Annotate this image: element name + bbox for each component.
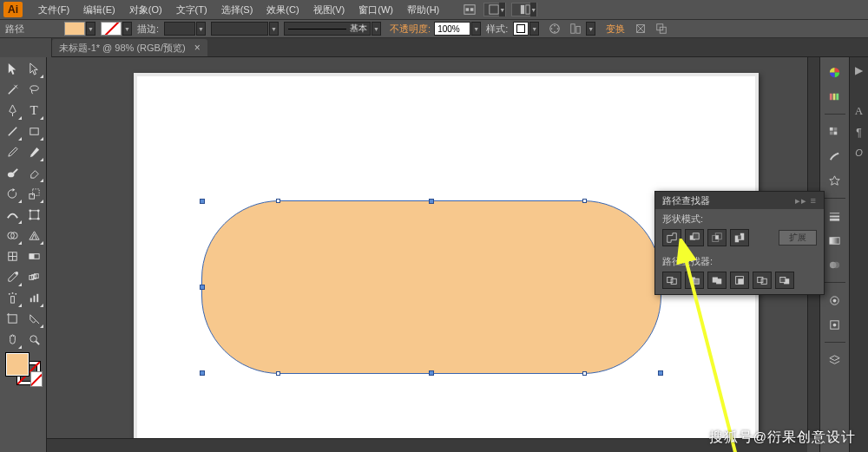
selection-handle[interactable] [200, 199, 205, 204]
style-swatch[interactable] [513, 22, 529, 36]
paintbrush-tool[interactable] [2, 142, 23, 162]
anchor-point[interactable] [582, 199, 587, 203]
menu-object[interactable]: 对象(O) [122, 3, 169, 16]
expand-button[interactable]: 扩展 [779, 230, 817, 246]
stroke-panel-icon[interactable] [825, 206, 845, 226]
menu-type[interactable]: 文字(T) [169, 3, 214, 16]
vwidth-dropdown[interactable]: ▼ [269, 22, 279, 36]
document-tab[interactable]: 未标题-1* @ 98% (RGB/预览) × [52, 39, 207, 56]
brush-dropdown[interactable]: ▼ [372, 22, 381, 36]
opentype-icon[interactable]: O [855, 147, 863, 158]
panel-menu-icon[interactable]: ▸▸ ≡ [795, 195, 817, 206]
recolor-icon[interactable] [546, 21, 563, 36]
opacity-label[interactable]: 不透明度: [390, 23, 431, 36]
selection-handle[interactable] [658, 370, 663, 376]
char-panel-icon[interactable]: A [855, 104, 863, 118]
opacity-input[interactable]: 100% [434, 22, 470, 36]
menu-help[interactable]: 帮助(H) [400, 3, 446, 16]
horizontal-scrollbar[interactable] [47, 438, 807, 452]
exclude-button[interactable] [730, 229, 749, 246]
perspective-grid-tool[interactable] [23, 226, 44, 246]
tab-close-icon[interactable]: × [194, 42, 201, 54]
stroke-swatch[interactable] [101, 22, 122, 36]
graphic-styles-panel-icon[interactable] [825, 315, 845, 334]
fill-dropdown[interactable]: ▼ [86, 22, 95, 36]
symbol-sprayer-tool[interactable] [2, 288, 23, 308]
shape-builder-tool[interactable] [2, 226, 23, 246]
minus-back-button[interactable] [775, 272, 794, 289]
pathfinder-panel-tab[interactable]: 路径查找器 ▸▸ ≡ [655, 192, 824, 209]
slice-tool[interactable] [23, 309, 44, 329]
anchor-point[interactable] [276, 371, 280, 376]
swatches-panel-icon[interactable] [825, 122, 845, 141]
align-dropdown[interactable]: ▼ [586, 22, 595, 36]
bridge-icon[interactable] [461, 3, 478, 16]
blend-tool[interactable] [23, 267, 44, 287]
blob-brush-tool[interactable] [2, 163, 23, 183]
menu-select[interactable]: 选择(S) [214, 3, 260, 16]
pathfinder-panel[interactable]: 路径查找器 ▸▸ ≡ 形状模式: 扩展 路径查找器: [654, 191, 825, 295]
menu-window[interactable]: 窗口(W) [352, 3, 400, 16]
style-dropdown[interactable]: ▼ [529, 22, 539, 36]
arrange-docs-dropdown[interactable]: ▼ [483, 3, 506, 16]
scale-tool[interactable] [23, 184, 44, 204]
trim-button[interactable] [685, 272, 704, 289]
menu-file[interactable]: 文件(F) [31, 3, 76, 16]
opacity-dropdown[interactable]: ▼ [471, 22, 481, 36]
outline-button[interactable] [753, 272, 772, 289]
anchor-point[interactable] [582, 371, 587, 376]
eraser-tool[interactable] [23, 163, 44, 183]
color-mode-none[interactable] [30, 371, 43, 387]
edit-clip-icon[interactable] [653, 21, 670, 36]
stroke-dropdown[interactable]: ▼ [122, 22, 132, 36]
anchor-point[interactable] [276, 199, 280, 203]
rounded-rect-shape[interactable] [201, 200, 661, 374]
layers-panel-icon[interactable] [825, 350, 845, 370]
minus-front-button[interactable] [685, 229, 704, 246]
fill-color-box[interactable] [5, 352, 30, 377]
pen-tool[interactable] [2, 101, 23, 121]
align-icon[interactable] [567, 21, 584, 36]
gradient-panel-icon[interactable] [825, 231, 845, 250]
rectangle-tool[interactable] [23, 121, 44, 141]
type-tool[interactable]: T [23, 101, 44, 121]
symbols-panel-icon[interactable] [825, 171, 845, 190]
unite-button[interactable] [662, 229, 681, 246]
transparency-panel-icon[interactable] [825, 255, 845, 274]
stroke-weight-input[interactable] [164, 22, 195, 36]
selection-handle[interactable] [429, 370, 434, 376]
stroke-weight-dropdown[interactable]: ▼ [196, 22, 206, 36]
isolate-icon[interactable] [632, 21, 649, 36]
pencil-tool[interactable] [23, 142, 44, 162]
eyedropper-tool[interactable] [2, 267, 23, 287]
menu-view[interactable]: 视图(V) [306, 3, 352, 16]
line-tool[interactable] [2, 121, 23, 141]
para-panel-icon[interactable]: ¶ [856, 127, 861, 139]
menu-edit[interactable]: 编辑(E) [76, 3, 122, 16]
intersect-button[interactable] [707, 229, 727, 246]
free-transform-tool[interactable] [23, 205, 44, 225]
artboard-tool[interactable] [2, 309, 23, 329]
play-icon[interactable]: ▶ [855, 64, 863, 76]
workspace-dropdown[interactable]: ▼ [511, 3, 537, 16]
transform-label[interactable]: 变换 [606, 23, 625, 36]
magic-wand-tool[interactable] [2, 80, 23, 100]
hand-tool[interactable] [2, 330, 23, 350]
zoom-tool[interactable] [23, 330, 44, 350]
rotate-tool[interactable] [2, 184, 23, 204]
selection-handle[interactable] [200, 370, 205, 376]
brush-definition[interactable]: 基本 [284, 22, 371, 36]
merge-button[interactable] [707, 272, 727, 289]
vwidth-profile[interactable] [211, 22, 268, 36]
direct-selection-tool[interactable] [23, 59, 44, 79]
color-panel-icon[interactable] [825, 62, 845, 82]
mesh-tool[interactable] [2, 246, 23, 266]
selection-handle[interactable] [429, 199, 434, 204]
column-graph-tool[interactable] [23, 288, 44, 308]
color-guide-icon[interactable] [825, 87, 845, 106]
selection-handle[interactable] [200, 285, 205, 290]
lasso-tool[interactable] [23, 80, 44, 100]
selection-tool[interactable] [2, 59, 23, 79]
brushes-panel-icon[interactable] [825, 147, 845, 166]
appearance-panel-icon[interactable] [825, 291, 845, 310]
